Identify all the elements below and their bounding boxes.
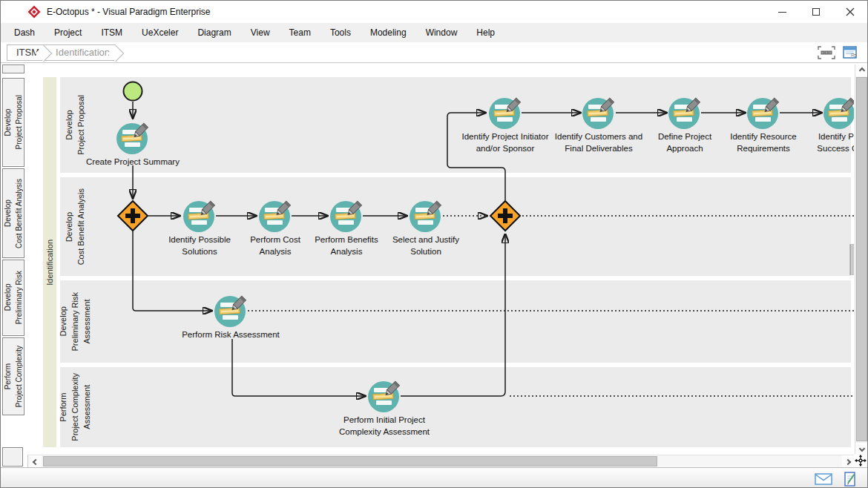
lane-tab-develop-preliminary-risk[interactable]: Develop Preliminary Risk — [2, 260, 24, 336]
breadcrumb-item-itsm[interactable]: ITSM — [7, 44, 44, 61]
task-icon — [183, 199, 217, 233]
flow-complexity-to-gateway2[interactable] — [401, 234, 505, 396]
lane-tab-label: Develop Preliminary Risk — [2, 271, 24, 324]
chevron-left-icon — [33, 458, 39, 464]
parallel-gateway-icon — [489, 200, 522, 232]
task-icon — [214, 294, 248, 328]
vertical-scrollbar[interactable] — [855, 65, 867, 455]
diagram-canvas[interactable]: Identification Develop Project Proposal … — [27, 63, 854, 455]
scroll-up-button[interactable] — [855, 65, 868, 76]
menu-item-window[interactable]: Window — [416, 23, 467, 42]
lane-tab-spacer-bottom — [2, 447, 23, 466]
app-window: E-Octopus * - Visual Paradigm Enterprise… — [0, 0, 868, 488]
pan-tool-button[interactable] — [854, 454, 867, 467]
menu-item-view[interactable]: View — [241, 23, 280, 42]
task-icon — [116, 121, 150, 155]
task-label: Identify Pro Success Cri — [780, 131, 854, 154]
fit-shapes-button[interactable] — [818, 46, 835, 59]
task-label: Perform Initial Project Complexity Asses… — [325, 414, 444, 438]
scroll-right-button[interactable] — [842, 455, 854, 468]
vertical-scroll-thumb[interactable] — [856, 77, 867, 441]
horizontal-scrollbar[interactable] — [27, 455, 854, 467]
title-bar: E-Octopus * - Visual Paradigm Enterprise — [1, 1, 867, 23]
breadcrumb: ITSM Identification — [7, 44, 116, 61]
lane-tab-label: Perform Project Complexity — [2, 346, 24, 407]
close-button[interactable] — [833, 1, 867, 23]
task-icon — [488, 96, 522, 130]
maximize-icon — [812, 8, 820, 16]
app-logo-icon — [27, 5, 41, 19]
task-icon — [258, 199, 292, 233]
task-icon — [668, 96, 702, 130]
lane-tab-spacer-top — [2, 65, 24, 73]
mail-button[interactable] — [815, 473, 832, 485]
parallel-gateway-icon — [116, 200, 149, 232]
scroll-left-button[interactable] — [30, 455, 42, 468]
minimize-icon — [778, 12, 786, 13]
lane-tab-label: Develop Project Proposal — [2, 95, 24, 149]
task-label: Perform Risk Assessment — [171, 329, 290, 340]
menu-item-team[interactable]: Team — [280, 23, 320, 42]
close-icon — [846, 7, 855, 16]
chevron-right-icon — [845, 458, 851, 464]
menu-item-diagram[interactable]: Diagram — [188, 23, 240, 42]
maximize-button[interactable] — [799, 1, 833, 23]
task-icon — [823, 96, 854, 130]
menu-item-tools[interactable]: Tools — [320, 23, 361, 42]
breadcrumb-bar: ITSM Identification — [1, 42, 867, 63]
menu-item-uexceler[interactable]: UeXceler — [132, 23, 188, 42]
chevron-down-icon — [858, 446, 864, 452]
flow-risk-to-complexity[interactable] — [232, 339, 365, 396]
open-specification-button[interactable] — [843, 46, 858, 59]
panel-splitter-grip[interactable] — [849, 244, 854, 275]
lane-tab-label: Develop Cost Benefit Analysis — [2, 179, 24, 248]
minimize-button[interactable] — [765, 1, 799, 23]
menu-item-dash[interactable]: Dash — [4, 23, 45, 42]
lane-tab-perform-project-complexity[interactable]: Perform Project Complexity — [2, 337, 24, 415]
lane-tab-develop-cost-benefit-analysis[interactable]: Develop Cost Benefit Analysis — [2, 168, 24, 258]
scroll-down-button[interactable] — [855, 443, 868, 455]
task-label: Create Project Summary — [73, 156, 192, 168]
task-icon — [329, 199, 364, 233]
task-icon — [746, 96, 780, 130]
horizontal-scroll-thumb[interactable] — [43, 456, 657, 466]
window-controls — [765, 1, 867, 23]
menu-item-itsm[interactable]: ITSM — [91, 23, 132, 42]
menu-item-modeling[interactable]: Modeling — [361, 23, 416, 42]
lane-tab-develop-project-proposal[interactable]: Develop Project Proposal — [2, 78, 24, 167]
window-title: E-Octopus * - Visual Paradigm Enterprise — [47, 7, 211, 17]
task-label: Select and Justify Solution — [366, 234, 485, 257]
menu-item-help[interactable]: Help — [467, 23, 504, 42]
task-icon — [409, 199, 443, 233]
task-icon — [582, 96, 616, 130]
status-bar — [1, 467, 867, 488]
menu-bar: Dash Project ITSM UeXceler Diagram View … — [1, 23, 867, 42]
edit-document-button[interactable] — [844, 472, 857, 487]
chevron-up-icon — [858, 67, 864, 73]
start-event-icon — [122, 80, 144, 102]
breadcrumb-item-identification[interactable]: Identification — [44, 44, 116, 61]
task-icon — [367, 379, 401, 413]
sequence-flows[interactable] — [27, 63, 854, 455]
pan-tool-icon — [855, 455, 867, 466]
menu-item-project[interactable]: Project — [45, 23, 91, 42]
